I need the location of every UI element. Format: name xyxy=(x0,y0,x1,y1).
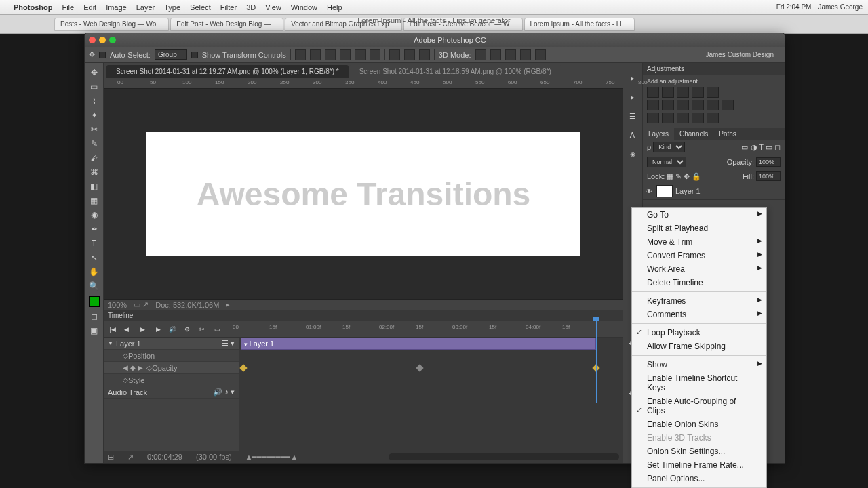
wand-tool-icon[interactable]: ✦ xyxy=(86,108,102,122)
adj-levels-icon[interactable] xyxy=(662,87,674,98)
blend-dropdown[interactable]: Normal xyxy=(647,157,686,167)
distribute-icon[interactable] xyxy=(389,49,400,60)
keyframe-icon[interactable] xyxy=(416,364,423,371)
3d-icon[interactable] xyxy=(520,49,531,60)
align-icon[interactable] xyxy=(295,49,306,60)
align-icon[interactable] xyxy=(325,49,336,60)
history-icon[interactable]: ▸ xyxy=(626,71,639,85)
brush-tool-icon[interactable]: 🖌 xyxy=(86,151,102,165)
app-name[interactable]: Photoshop xyxy=(14,3,52,12)
visibility-icon[interactable]: 👁 xyxy=(646,188,654,195)
doc-tab[interactable]: Screen Shot 2014-01-31 at 12.18.59 AM.pn… xyxy=(350,65,561,78)
marquee-tool-icon[interactable]: ▭ xyxy=(86,80,102,94)
tab-paths[interactable]: Paths xyxy=(713,128,742,140)
screenmode-icon[interactable]: ▣ xyxy=(86,324,102,338)
canvas-area[interactable]: Awesome Transitions xyxy=(104,89,623,299)
adj-gradient-icon[interactable] xyxy=(692,113,704,123)
menu-3d[interactable]: 3D xyxy=(246,3,256,12)
menu-item[interactable]: Loop Playback✓ xyxy=(632,326,766,340)
tl-mode-icon[interactable]: ⊞ xyxy=(108,453,114,462)
layer-row[interactable]: 👁 Layer 1 xyxy=(643,183,785,200)
fill-input[interactable] xyxy=(756,171,781,181)
zoom-tool-icon[interactable]: 🔍 xyxy=(86,279,102,293)
docsize-icon[interactable]: ▭ ↗ xyxy=(134,300,149,309)
close-icon[interactable] xyxy=(89,37,96,43)
eyedropper-tool-icon[interactable]: ✎ xyxy=(86,137,102,150)
user[interactable]: James George xyxy=(818,3,863,11)
menu-item[interactable]: Move & Trim▶ xyxy=(632,235,766,249)
adj-photofilter-icon[interactable] xyxy=(692,100,704,110)
prev-frame-icon[interactable]: ◀| xyxy=(123,325,132,334)
transform-check[interactable] xyxy=(191,52,198,58)
adj-vibrance-icon[interactable] xyxy=(707,87,719,98)
path-tool-icon[interactable]: ↖ xyxy=(86,251,102,264)
timeline-prop[interactable]: ◇ Style xyxy=(104,374,239,386)
align-icon[interactable] xyxy=(355,49,366,60)
menu-window[interactable]: Window xyxy=(291,3,317,12)
first-frame-icon[interactable]: |◀ xyxy=(108,325,117,334)
menu-item[interactable]: Allow Frame Skipping xyxy=(632,340,766,353)
audio-icon[interactable]: 🔊 xyxy=(167,325,177,334)
transition-icon[interactable]: ▭ xyxy=(212,325,222,334)
stamp-tool-icon[interactable]: ⌘ xyxy=(86,165,102,179)
adj-selective-icon[interactable] xyxy=(707,113,719,123)
menu-item[interactable]: Work Area▶ xyxy=(632,262,766,276)
timeline-prop[interactable]: ◀ ◆ ▶ ◇ Opacity xyxy=(104,362,239,374)
tl-zoom-slider[interactable]: ▲━━━━━━━━▲ xyxy=(245,453,298,462)
move-tool-icon[interactable]: ✥ xyxy=(86,66,102,79)
adjustments-header[interactable]: Adjustments xyxy=(643,63,785,75)
menu-select[interactable]: Select xyxy=(190,3,211,12)
workspace-dropdown[interactable]: James Custom Design xyxy=(705,51,781,58)
menu-item[interactable]: Enable Auto-Grouping of Clips✓ xyxy=(632,394,766,418)
adj-threshold-icon[interactable] xyxy=(677,113,689,123)
timeline-ruler[interactable]: 0015f01:00f15f02:00f15f03:00f15f04:00f15… xyxy=(233,321,619,337)
align-icon[interactable] xyxy=(310,49,321,60)
distribute-icon[interactable] xyxy=(404,49,415,60)
settings-icon[interactable]: ⚙ xyxy=(182,325,192,334)
play-icon[interactable]: ▶ xyxy=(138,325,147,334)
adj-invert-icon[interactable] xyxy=(647,113,659,123)
3d-icon[interactable]: ◈ xyxy=(626,147,639,161)
lock-icons[interactable]: ▦ ✎ ✥ 🔒 xyxy=(667,172,701,181)
menu-item[interactable]: Set Timeline Frame Rate... xyxy=(632,458,766,472)
menu-item[interactable]: Enable Timeline Shortcut Keys xyxy=(632,371,766,394)
quickmask-icon[interactable]: ◻ xyxy=(86,310,102,323)
menu-item[interactable]: Go To▶ xyxy=(632,208,766,222)
autoselect-check[interactable] xyxy=(99,52,106,58)
menu-image[interactable]: Image xyxy=(106,3,127,12)
actions-icon[interactable]: ▸ xyxy=(626,90,639,104)
adj-colorlookup-icon[interactable] xyxy=(722,100,734,110)
gradient-tool-icon[interactable]: ▦ xyxy=(86,194,102,207)
menu-item[interactable]: Show▶ xyxy=(632,358,766,371)
adj-brightness-icon[interactable] xyxy=(647,87,659,98)
timeline-tracks[interactable]: ▾ Layer 1 + + xyxy=(239,338,623,451)
playhead[interactable] xyxy=(596,321,597,403)
3d-icon[interactable] xyxy=(490,49,501,60)
adj-hue-icon[interactable] xyxy=(647,100,659,110)
menu-layer[interactable]: Layer xyxy=(136,3,155,12)
properties-icon[interactable]: ☰ xyxy=(626,109,639,123)
autoselect-dropdown[interactable]: Group xyxy=(155,49,187,60)
timeline-audio-row[interactable]: Audio Track🔊 ♪ ▾ xyxy=(104,386,239,399)
align-icon[interactable] xyxy=(340,49,351,60)
chevron-right-icon[interactable]: ▸ xyxy=(226,300,230,309)
menu-help[interactable]: Help xyxy=(327,3,342,12)
adj-exposure-icon[interactable] xyxy=(692,87,704,98)
menu-item[interactable]: Enable Onion Skins xyxy=(632,418,766,431)
zoom-level[interactable]: 100% xyxy=(108,301,127,309)
eraser-tool-icon[interactable]: ◧ xyxy=(86,180,102,193)
tab-channels[interactable]: Channels xyxy=(674,128,713,140)
menu-item[interactable]: Onion Skin Settings... xyxy=(632,445,766,458)
timeline-layer-row[interactable]: ▼Layer 1☰ ▾ xyxy=(104,338,239,350)
adj-bw-icon[interactable] xyxy=(677,100,689,110)
split-icon[interactable]: ✂ xyxy=(197,325,207,334)
menu-type[interactable]: Type xyxy=(164,3,180,12)
tl-forward-icon[interactable]: ↗ xyxy=(127,453,134,462)
adj-channelmixer-icon[interactable] xyxy=(707,100,719,110)
3d-icon[interactable] xyxy=(505,49,516,60)
menu-file[interactable]: File xyxy=(62,3,74,12)
menu-view[interactable]: View xyxy=(265,3,281,12)
next-frame-icon[interactable]: |▶ xyxy=(153,325,162,334)
hand-tool-icon[interactable]: ✋ xyxy=(86,265,102,279)
menu-item[interactable]: Split at Playhead xyxy=(632,222,766,235)
